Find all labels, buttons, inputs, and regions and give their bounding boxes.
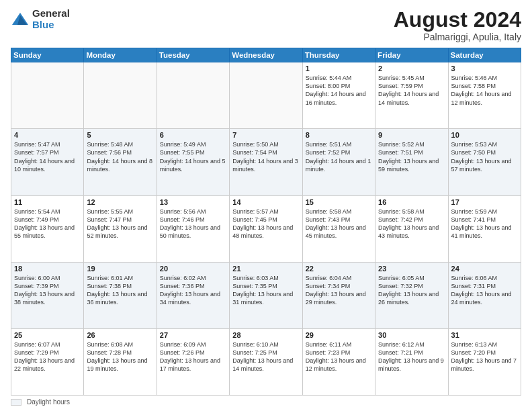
- day-number: 2: [378, 64, 445, 73]
- day-number: 12: [87, 198, 153, 206]
- day-info: Sunrise: 5:57 AM Sunset: 7:45 PM Dayligh…: [232, 208, 299, 240]
- table-row: 24Sunrise: 6:06 AM Sunset: 7:31 PM Dayli…: [448, 262, 521, 328]
- day-number: 11: [14, 198, 81, 206]
- table-row: 21Sunrise: 6:03 AM Sunset: 7:35 PM Dayli…: [230, 262, 302, 328]
- table-row: 6Sunrise: 5:49 AM Sunset: 7:55 PM Daylig…: [157, 129, 229, 195]
- day-number: 7: [232, 131, 299, 139]
- day-info: Sunrise: 6:13 AM Sunset: 7:20 PM Dayligh…: [451, 340, 518, 373]
- table-row: 9Sunrise: 5:52 AM Sunset: 7:51 PM Daylig…: [375, 129, 448, 195]
- day-info: Sunrise: 6:09 AM Sunset: 7:26 PM Dayligh…: [160, 340, 226, 373]
- day-info: Sunrise: 5:58 AM Sunset: 7:43 PM Dayligh…: [306, 208, 372, 240]
- day-number: 10: [451, 131, 518, 139]
- day-number: 6: [160, 131, 226, 139]
- logo: General Blue: [11, 8, 70, 30]
- table-row: [84, 62, 157, 129]
- day-info: Sunrise: 5:55 AM Sunset: 7:47 PM Dayligh…: [87, 208, 153, 240]
- day-number: 23: [378, 265, 445, 273]
- day-info: Sunrise: 6:03 AM Sunset: 7:35 PM Dayligh…: [232, 274, 299, 307]
- day-info: Sunrise: 5:51 AM Sunset: 7:52 PM Dayligh…: [306, 140, 372, 173]
- table-row: 10Sunrise: 5:53 AM Sunset: 7:50 PM Dayli…: [448, 129, 521, 195]
- table-row: 19Sunrise: 6:01 AM Sunset: 7:38 PM Dayli…: [84, 262, 157, 328]
- logo-general: General: [32, 7, 70, 19]
- day-number: 25: [14, 331, 81, 339]
- day-info: Sunrise: 6:05 AM Sunset: 7:32 PM Dayligh…: [378, 274, 445, 307]
- table-row: 5Sunrise: 5:48 AM Sunset: 7:56 PM Daylig…: [84, 129, 157, 195]
- table-row: 27Sunrise: 6:09 AM Sunset: 7:26 PM Dayli…: [157, 328, 229, 395]
- day-number: 28: [232, 331, 299, 339]
- day-number: 8: [306, 131, 372, 139]
- day-number: 29: [306, 331, 372, 339]
- table-row: 16Sunrise: 5:58 AM Sunset: 7:42 PM Dayli…: [375, 195, 448, 262]
- day-number: 22: [306, 265, 372, 273]
- day-number: 30: [378, 331, 445, 339]
- day-number: 14: [232, 198, 299, 206]
- table-row: [230, 62, 302, 129]
- day-info: Sunrise: 5:58 AM Sunset: 7:42 PM Dayligh…: [378, 208, 445, 240]
- day-number: 9: [378, 131, 445, 139]
- day-number: 24: [451, 265, 518, 273]
- day-info: Sunrise: 5:48 AM Sunset: 7:56 PM Dayligh…: [87, 140, 153, 173]
- table-row: 15Sunrise: 5:58 AM Sunset: 7:43 PM Dayli…: [302, 195, 375, 262]
- calendar-week-5: 25Sunrise: 6:07 AM Sunset: 7:29 PM Dayli…: [11, 328, 521, 395]
- day-info: Sunrise: 6:07 AM Sunset: 7:29 PM Dayligh…: [14, 340, 81, 373]
- table-row: 14Sunrise: 5:57 AM Sunset: 7:45 PM Dayli…: [230, 195, 302, 262]
- col-monday: Monday: [84, 48, 157, 62]
- day-info: Sunrise: 6:08 AM Sunset: 7:28 PM Dayligh…: [87, 340, 153, 373]
- header: General Blue August 2024 Palmariggi, Apu…: [11, 8, 521, 42]
- day-number: 19: [87, 265, 153, 273]
- calendar-header-row: Sunday Monday Tuesday Wednesday Thursday…: [11, 48, 521, 62]
- day-number: 18: [14, 265, 81, 273]
- logo-blue: Blue: [32, 19, 54, 30]
- day-number: 27: [160, 331, 226, 339]
- calendar-table: Sunday Monday Tuesday Wednesday Thursday…: [11, 48, 521, 396]
- day-number: 26: [87, 331, 153, 339]
- day-number: 13: [160, 198, 226, 206]
- day-info: Sunrise: 6:11 AM Sunset: 7:23 PM Dayligh…: [306, 340, 372, 373]
- day-info: Sunrise: 6:04 AM Sunset: 7:34 PM Dayligh…: [306, 274, 372, 307]
- table-row: 1Sunrise: 5:44 AM Sunset: 8:00 PM Daylig…: [302, 62, 375, 129]
- col-wednesday: Wednesday: [230, 48, 302, 62]
- day-info: Sunrise: 6:12 AM Sunset: 7:21 PM Dayligh…: [378, 340, 445, 373]
- table-row: 11Sunrise: 5:54 AM Sunset: 7:49 PM Dayli…: [11, 195, 84, 262]
- table-row: 17Sunrise: 5:59 AM Sunset: 7:41 PM Dayli…: [448, 195, 521, 262]
- table-row: 3Sunrise: 5:46 AM Sunset: 7:58 PM Daylig…: [448, 62, 521, 129]
- day-number: 16: [378, 198, 445, 206]
- table-row: 2Sunrise: 5:45 AM Sunset: 7:59 PM Daylig…: [375, 62, 448, 129]
- table-row: 22Sunrise: 6:04 AM Sunset: 7:34 PM Dayli…: [302, 262, 375, 328]
- day-info: Sunrise: 6:10 AM Sunset: 7:25 PM Dayligh…: [232, 340, 299, 373]
- day-number: 15: [306, 198, 372, 206]
- table-row: 28Sunrise: 6:10 AM Sunset: 7:25 PM Dayli…: [230, 328, 302, 395]
- month-year: August 2024: [394, 8, 521, 32]
- logo-text: General Blue: [32, 8, 70, 30]
- day-info: Sunrise: 6:06 AM Sunset: 7:31 PM Dayligh…: [451, 274, 518, 307]
- daylight-label: Daylight hours: [27, 398, 70, 406]
- day-info: Sunrise: 5:44 AM Sunset: 8:00 PM Dayligh…: [306, 74, 372, 107]
- table-row: [157, 62, 229, 129]
- col-tuesday: Tuesday: [157, 48, 229, 62]
- day-info: Sunrise: 5:49 AM Sunset: 7:55 PM Dayligh…: [160, 140, 226, 173]
- day-number: 31: [451, 331, 518, 339]
- day-info: Sunrise: 5:56 AM Sunset: 7:46 PM Dayligh…: [160, 208, 226, 240]
- table-row: [11, 62, 84, 129]
- col-sunday: Sunday: [11, 48, 84, 62]
- calendar-week-3: 11Sunrise: 5:54 AM Sunset: 7:49 PM Dayli…: [11, 195, 521, 262]
- day-info: Sunrise: 5:52 AM Sunset: 7:51 PM Dayligh…: [378, 140, 445, 173]
- table-row: 26Sunrise: 6:08 AM Sunset: 7:28 PM Dayli…: [84, 328, 157, 395]
- day-info: Sunrise: 5:45 AM Sunset: 7:59 PM Dayligh…: [378, 74, 445, 107]
- col-friday: Friday: [375, 48, 448, 62]
- generalblue-icon: [11, 10, 30, 29]
- day-info: Sunrise: 5:54 AM Sunset: 7:49 PM Dayligh…: [14, 208, 81, 240]
- title-block: August 2024 Palmariggi, Apulia, Italy: [394, 8, 521, 42]
- table-row: 25Sunrise: 6:07 AM Sunset: 7:29 PM Dayli…: [11, 328, 84, 395]
- day-info: Sunrise: 6:02 AM Sunset: 7:36 PM Dayligh…: [160, 274, 226, 307]
- day-info: Sunrise: 6:00 AM Sunset: 7:39 PM Dayligh…: [14, 274, 81, 307]
- day-number: 1: [306, 64, 372, 73]
- table-row: 8Sunrise: 5:51 AM Sunset: 7:52 PM Daylig…: [302, 129, 375, 195]
- table-row: 29Sunrise: 6:11 AM Sunset: 7:23 PM Dayli…: [302, 328, 375, 395]
- col-saturday: Saturday: [448, 48, 521, 62]
- day-info: Sunrise: 5:53 AM Sunset: 7:50 PM Dayligh…: [451, 140, 518, 173]
- day-info: Sunrise: 5:59 AM Sunset: 7:41 PM Dayligh…: [451, 208, 518, 240]
- day-number: 4: [14, 131, 81, 139]
- day-number: 5: [87, 131, 153, 139]
- table-row: 31Sunrise: 6:13 AM Sunset: 7:20 PM Dayli…: [448, 328, 521, 395]
